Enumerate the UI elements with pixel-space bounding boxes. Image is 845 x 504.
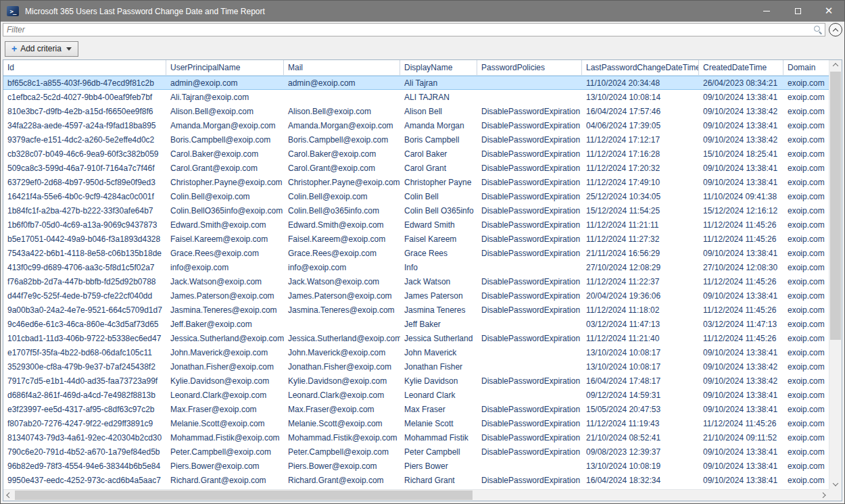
title-bar[interactable]: >_ Microsoft 365 Users Last Password Cha… — [1, 1, 844, 22]
table-cell: 9379acfe-e151-4dc2-a260-5e2effe4d0c2 — [3, 132, 166, 147]
collapse-criteria-button[interactable] — [829, 23, 842, 36]
table-row[interactable]: f807ab20-7276-4247-9f22-ed29ff3891c9Mela… — [3, 416, 829, 430]
table-row[interactable]: 413f0c99-d689-4706-aa3c-5f8d1c5f02a7info… — [3, 260, 829, 274]
table-cell: 96b82ed9-78f3-4554-94e6-38344b6b5e84 — [3, 459, 166, 473]
table-row[interactable]: d686f4a2-861f-469d-a4cd-7e4982f8813bLeon… — [3, 388, 829, 402]
table-cell: Alison Bell — [400, 104, 477, 118]
maximize-button[interactable] — [782, 1, 813, 22]
table-cell: Kylie.Davidson@exoip.com — [284, 374, 400, 388]
table-cell: d686f4a2-861f-469d-a4cd-7e4982f8813b — [3, 388, 166, 402]
table-cell: Colin.BellO365info@exoip.com — [166, 203, 284, 218]
table-row[interactable]: 810e3bc7-d9fb-4e2b-a15d-f6650ee9f8f6Alis… — [3, 104, 829, 118]
table-cell: DisablePasswordExpiration — [477, 288, 582, 303]
table-cell: 101cbad1-11d3-406b-9722-b5338ec6ed47 — [3, 331, 166, 345]
table-cell: 16/04/2024 17:48:17 — [582, 374, 699, 388]
table-row[interactable]: 16421f4a-55e6-4b0c-9cf9-4284ac0c001fColi… — [3, 189, 829, 203]
vertical-scroll-thumb[interactable] — [830, 72, 841, 340]
table-cell: Faisel.Kareem@exoip.com — [284, 232, 400, 246]
chevron-up-icon — [833, 63, 838, 68]
table-cell: Jonathan.Fisher@exoip.com — [284, 359, 400, 374]
table-cell: 34fa228a-aede-4597-a24a-f9fad18ba895 — [3, 118, 166, 132]
table-row[interactable]: 81340743-79d3-4a61-92ec-420304b2cd30Moha… — [3, 430, 829, 445]
table-cell: DisablePasswordExpiration — [477, 203, 582, 218]
table-row[interactable]: e3f23997-ee5d-4317-af95-c8df63c97c2bMax.… — [3, 402, 829, 416]
table-row[interactable]: bf65c8c1-a855-403f-96db-47ecd9f81c2badmi… — [3, 76, 829, 90]
table-cell: 09/10/2024 13:38:41 — [699, 246, 783, 260]
add-criteria-button[interactable]: + Add criteria — [5, 41, 78, 57]
table-row[interactable]: 9379acfe-e151-4dc2-a260-5e2effe4d0c2Bori… — [3, 132, 829, 147]
column-header-createddatetime[interactable]: CreatedDateTime — [699, 60, 783, 75]
table-row[interactable]: 509ca8c3-599d-46a7-910f-7164a7c7f46fCaro… — [3, 161, 829, 175]
column-header-passwordpolicies[interactable]: PasswordPolicies — [477, 60, 582, 75]
window-controls: ✕ — [751, 1, 844, 22]
table-cell: Ali Tajran — [400, 76, 477, 90]
table-cell: DisablePasswordExpiration — [477, 331, 582, 345]
table-row[interactable]: 9950e437-eedc-4252-973c-acd6b4a5aac7Rich… — [3, 473, 829, 487]
vertical-scroll-track[interactable] — [829, 72, 842, 478]
table-row[interactable]: 9a00b3a0-24a2-4e7e-9521-664c5709d1d7Jasm… — [3, 303, 829, 317]
filter-input[interactable] — [3, 23, 825, 36]
table-cell: Grace Rees — [400, 246, 477, 260]
maximize-icon — [795, 8, 801, 14]
column-header-id[interactable]: Id — [3, 60, 166, 75]
table-row[interactable]: 7543a422-b6b1-4118-8e58-c06b135b18deGrac… — [3, 246, 829, 260]
table-cell: Kylie Davidson — [400, 374, 477, 388]
horizontal-scroll-thumb[interactable] — [15, 490, 473, 500]
table-cell: Max Fraser — [400, 402, 477, 416]
table-row[interactable]: cb328c07-b049-46c6-9ea9-60f3c382b059Caro… — [3, 147, 829, 161]
table-cell: 11/10/2024 20:34:48 — [582, 76, 699, 90]
close-button[interactable]: ✕ — [813, 1, 844, 22]
table-row[interactable]: 63729ef0-2d68-4b97-950d-5cf89e0f9ed3Chri… — [3, 175, 829, 189]
table-cell: 9a00b3a0-24a2-4e7e-9521-664c5709d1d7 — [3, 303, 166, 317]
vertical-scrollbar[interactable] — [829, 60, 842, 489]
app-window: >_ Microsoft 365 Users Last Password Cha… — [0, 0, 845, 504]
table-cell: 15/05/2024 20:47:53 — [582, 402, 699, 416]
table-cell: Jeff.Baker@exoip.com — [166, 317, 284, 331]
chevron-left-icon — [6, 493, 11, 498]
table-cell: 09/10/2024 13:38:42 — [699, 104, 783, 118]
table-cell: 09/10/2024 13:38:41 — [699, 90, 783, 104]
window-title: Microsoft 365 Users Last Password Change… — [25, 7, 265, 16]
table-row[interactable]: f76a82bb-2d7a-447b-bbfb-fd25d92b0788Jack… — [3, 274, 829, 288]
column-header-userprincipalname[interactable]: UserPrincipalName — [166, 60, 284, 75]
chevron-down-icon — [66, 47, 72, 51]
table-cell: DisablePasswordExpiration — [477, 402, 582, 416]
table-row[interactable]: 3529300e-cf8a-479b-9e37-b7af245438f2Jona… — [3, 359, 829, 374]
table-row[interactable]: b5e17051-0442-49a9-b046-f3a1893d4328Fais… — [3, 232, 829, 246]
table-row[interactable]: d44f7e9c-525f-4ede-b759-cfe22cf040ddJame… — [3, 288, 829, 303]
scroll-right-button[interactable] — [817, 490, 829, 501]
table-cell — [284, 317, 400, 331]
scroll-up-button[interactable] — [829, 60, 842, 72]
horizontal-scroll-track[interactable] — [15, 490, 817, 501]
grid-rows: bf65c8c1-a855-403f-96db-47ecd9f81c2badmi… — [3, 76, 829, 489]
table-row[interactable]: 96b82ed9-78f3-4554-94e6-38344b6b5e84Pier… — [3, 459, 829, 473]
column-header-lastpasswordchangedatetime[interactable]: LastPasswordChangeDateTime — [582, 60, 699, 75]
table-row[interactable]: 34fa228a-aede-4597-a24a-f9fad18ba895Aman… — [3, 118, 829, 132]
table-cell: Edward.Smith@exoip.com — [284, 218, 400, 232]
table-cell: Jack.Watson@exoip.com — [166, 274, 284, 288]
results-grid: IdUserPrincipalNameMailDisplayNamePasswo… — [3, 59, 842, 501]
table-cell: DisablePasswordExpiration — [477, 147, 582, 161]
table-cell: 27/10/2024 12:08:29 — [582, 260, 699, 274]
table-row[interactable]: 1b84fc1f-a2ba-427b-b222-33f30afe64b7Coli… — [3, 203, 829, 218]
table-row[interactable]: 7917c7d5-e1b1-44d0-ad35-faa73723a99fKyli… — [3, 374, 829, 388]
table-cell: Leonard Clark — [400, 388, 477, 402]
table-row[interactable]: 1b6f0fb7-05d0-4c69-a13a-9069c9437873Edwa… — [3, 218, 829, 232]
table-row[interactable]: e1707f5f-35fa-4b22-bd68-06dafc105c11John… — [3, 345, 829, 359]
table-row[interactable]: c1efbca2-5c2d-4027-9bb4-00eaf9feb7bfAli.… — [3, 90, 829, 104]
table-cell: James.Paterson@exoip.com — [166, 288, 284, 303]
table-row[interactable]: 101cbad1-11d3-406b-9722-b5338ec6ed47Jess… — [3, 331, 829, 345]
table-row[interactable]: 9c46ed6e-61c3-46ca-860e-4c3d5af73d65Jeff… — [3, 317, 829, 331]
column-header-displayname[interactable]: DisplayName — [400, 60, 477, 75]
table-cell: 21/11/2024 16:56:29 — [582, 246, 699, 260]
scroll-left-button[interactable] — [3, 490, 15, 501]
horizontal-scrollbar[interactable] — [3, 489, 829, 501]
column-header-mail[interactable]: Mail — [284, 60, 400, 75]
table-cell: e1707f5f-35fa-4b22-bd68-06dafc105c11 — [3, 345, 166, 359]
table-cell: exoip.com — [783, 274, 829, 288]
scroll-down-button[interactable] — [829, 478, 842, 489]
table-cell: John Maverick — [400, 345, 477, 359]
column-header-domain[interactable]: Domain — [783, 60, 829, 75]
table-row[interactable]: 790c6e20-791d-4b52-a670-1a79ef84ed5bPete… — [3, 445, 829, 459]
minimize-button[interactable] — [751, 1, 782, 22]
